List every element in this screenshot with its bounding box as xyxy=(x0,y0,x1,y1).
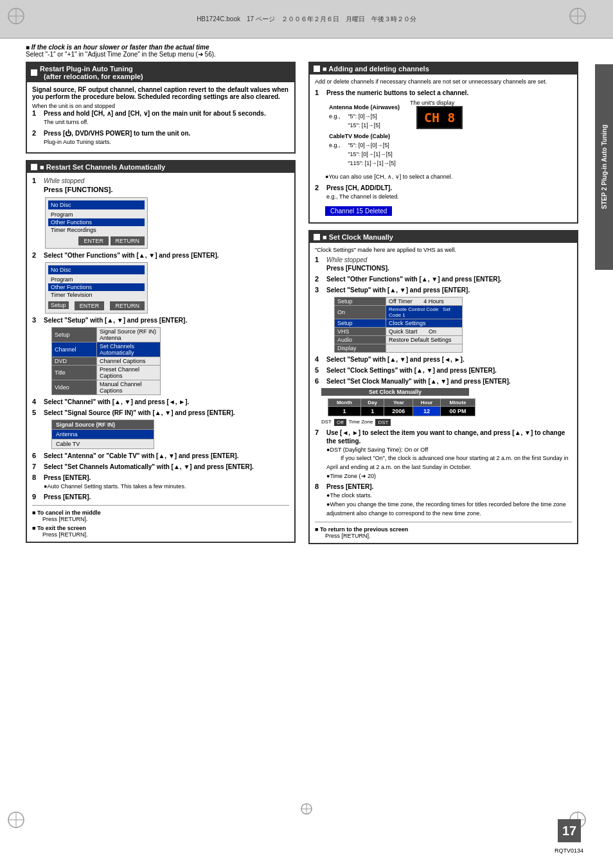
plugin-step1-sub: The unit turns off. xyxy=(44,119,89,125)
right-column: ■ Adding and deleting channels Add or de… xyxy=(308,62,578,551)
setup-label-sm: Setup xyxy=(48,301,69,309)
restart-set-channels-section: ■ Restart Set Channels Automatically 1 W… xyxy=(26,160,296,543)
corner-tl xyxy=(6,6,26,26)
exit-text: Press [RETURN]. xyxy=(42,531,289,538)
cable-row: Cable TV xyxy=(52,439,154,448)
menu-header-1: No Disc xyxy=(48,200,145,209)
eg1a: e.g., xyxy=(326,112,344,120)
antenna-table-wrapper: Antenna Mode (Airwaves) e.g.,"5": [0]→[5… xyxy=(325,100,404,171)
eg3a: e.g., xyxy=(326,141,344,149)
clock-manual-table: Month Day Year Hour Minute 1 1 2006 12 0… xyxy=(328,398,475,416)
return-text: Press [RETURN]. xyxy=(325,533,572,539)
clock-setup-row2: OnRemote Control Code Set Code 1 xyxy=(335,305,463,319)
eg4b: "15": [0]→[1]→[5] xyxy=(345,150,402,158)
plugin-step1-main: Press and hold [CH, ∧] and [CH, ∨] on th… xyxy=(44,110,266,117)
adding-deleting-title: ■ Adding and deleting channels xyxy=(323,65,429,73)
signal-header-row: Signal Source (RF IN) xyxy=(52,420,154,429)
return-btn-1: RETURN xyxy=(111,236,145,245)
quick-start-row: VHSQuick Start On xyxy=(335,327,463,335)
cancel-text: Press [RETURN]. xyxy=(42,516,289,522)
exit-note: ■ To exit the screen xyxy=(32,525,289,531)
rsc-step-6: 6 Select "Antenna" or "Cable TV" with [▲… xyxy=(32,452,289,460)
eg2a xyxy=(326,121,344,129)
ch-display-wrapper: The unit's display CH 8 xyxy=(410,100,463,171)
sc-step-8: 8 Press [ENTER]. ●The clock starts. ●Whe… xyxy=(315,483,572,517)
sc-step-5: 5 Select "Clock Settings" with [▲, ▼] an… xyxy=(315,366,572,375)
menu-row-program-2: Program xyxy=(48,276,145,283)
add-step-1: 1 Press the numeric buttons to select a … xyxy=(315,89,572,97)
signal-source-wrapper: Signal Source (RF IN) Antenna Cable TV xyxy=(45,420,289,449)
rsc-step-3: 3 Select "Setup" with [▲, ▼] and press [… xyxy=(32,316,289,324)
clock-settings-row: SetupClock Settings xyxy=(335,319,463,327)
eg4a xyxy=(326,150,344,158)
tz-val: DST xyxy=(375,419,391,426)
sc-step-6: 6 Select "Set Clock Manually" with [▲, ▼… xyxy=(315,377,572,385)
clock-setup-row1: SetupOff Timer 4 Hours xyxy=(335,297,463,305)
set-clock-title-bar: ■ Set Clock Manually xyxy=(310,231,577,243)
setup-clock-table: SetupOff Timer 4 Hours OnRemote Control … xyxy=(334,297,463,353)
menu-row-timer-1: Timer Recordings xyxy=(48,226,145,234)
menu-screenshot-1: No Disc Program Other Functions Timer Re… xyxy=(45,197,148,249)
cablety-label: CableTV Mode (Cable) xyxy=(326,130,402,140)
add-step-2: 2 Press [CH, ADD/DLT]. e.g., The channel… xyxy=(315,184,572,201)
dst-label: DST xyxy=(321,419,332,426)
square-icon xyxy=(31,69,37,76)
sc-step-3: 3 Select "Setup" with [▲, ▼] and press [… xyxy=(315,286,572,294)
minute-val: 00 PM xyxy=(440,406,475,416)
plugin-step-2: 2 Press [⏻, DVD/VHS POWER] to turn the u… xyxy=(32,129,289,146)
when-note: When the unit is on and stopped xyxy=(32,103,289,109)
setup-channels-table: SetupSignal Source (RF IN) Antenna Chann… xyxy=(51,327,161,395)
restart-plugin-section: Restart Plug-in Auto Tuning (after reloc… xyxy=(26,62,296,154)
side-tab-label: STEP 2 Plug-in Auto Tuning xyxy=(601,125,608,209)
dst-val: Off xyxy=(334,419,346,426)
adding-deleting-title-bar: ■ Adding and deleting channels xyxy=(310,63,577,75)
restart-plugin-title: Restart Plug-in Auto Tuning (after reloc… xyxy=(40,65,143,80)
day-val: 1 xyxy=(360,406,384,416)
top-warning-section: ■ If the clock is an hour slower or fast… xyxy=(26,44,587,58)
eg5b: "115": [1]→[1]→[5] xyxy=(345,159,402,167)
restart-set-channels-title-bar: ■ Restart Set Channels Automatically xyxy=(27,161,294,173)
setup-channels-menu-wrapper: SetupSignal Source (RF IN) Antenna Chann… xyxy=(45,327,289,395)
menu-header-2: No Disc xyxy=(48,265,145,274)
year-val: 2006 xyxy=(384,406,413,416)
rsc-step-9: 9 Press [ENTER]. xyxy=(32,493,289,501)
manual-captions-row: VideoManual Channel Captions xyxy=(52,380,161,394)
restart-plugin-note: Signal source, RF output channel, channe… xyxy=(32,86,289,100)
antenna-row: Antenna xyxy=(52,429,154,439)
eg2b: "15": [1]→[5] xyxy=(345,121,402,129)
set-clock-intro: "Clock Settings" made here are applied t… xyxy=(315,247,572,253)
restart-plugin-title-bar: Restart Plug-in Auto Tuning (after reloc… xyxy=(27,63,294,82)
display-row: Display xyxy=(335,344,463,352)
corner-bl xyxy=(6,810,26,829)
units-display-label: The unit's display xyxy=(410,100,463,106)
menu-row-functions-1: Other Functions xyxy=(48,218,145,226)
set-channels-row: ChannelSet Channels Automatically xyxy=(52,342,161,357)
enter-btn-2: ENTER xyxy=(75,301,105,310)
left-column: Restart Plug-in Auto Tuning (after reloc… xyxy=(26,62,296,551)
eg1b: "5": [0]→[5] xyxy=(345,112,402,120)
square-icon2 xyxy=(31,164,37,170)
channel-captions-row: DVDChannel Captions xyxy=(52,357,161,365)
divider-1 xyxy=(32,505,289,506)
menu-row-functions-2: Other Functions xyxy=(48,283,145,291)
signal-source-table: Signal Source (RF IN) Antenna Cable TV xyxy=(51,420,154,449)
eg3b: "5": [0]→[0]→[5] xyxy=(345,141,402,149)
return-btn-2: RETURN xyxy=(110,301,145,310)
deleted-badge-wrapper: Channel 15 Deleted xyxy=(325,204,572,218)
square-icon4 xyxy=(314,234,320,240)
month-header: Month xyxy=(328,398,361,406)
restore-row: AudioRestore Default Settings xyxy=(335,335,463,344)
set-clock-title: ■ Set Clock Manually xyxy=(323,233,393,241)
menu-screenshot-2: No Disc Program Other Functions Timer Te… xyxy=(45,262,148,314)
columns-wrapper: Restart Plug-in Auto Tuning (after reloc… xyxy=(0,62,613,551)
top-warning-title: ■ If the clock is an hour slower or fast… xyxy=(26,44,209,51)
side-tab: STEP 2 Plug-in Auto Tuning xyxy=(595,64,613,270)
rsc-step-2: 2 Select "Other Functions" with [▲, ▼] a… xyxy=(32,251,289,260)
page-number: 17 xyxy=(558,819,581,842)
plugin-step2-main: Press [⏻, DVD/VHS POWER] to turn the uni… xyxy=(44,130,190,137)
set-clock-section: ■ Set Clock Manually "Clock Settings" ma… xyxy=(308,230,578,544)
day-header: Day xyxy=(360,398,384,406)
top-warning-text: Select "-1" or "+1" in "Adjust Time Zone… xyxy=(26,51,216,58)
rsc-step-1: 1 While stopped Press [FUNCTIONS]. xyxy=(32,177,289,194)
clock-manual-wrapper: Set Clock Manually Month Day Year Hour M… xyxy=(321,388,572,426)
